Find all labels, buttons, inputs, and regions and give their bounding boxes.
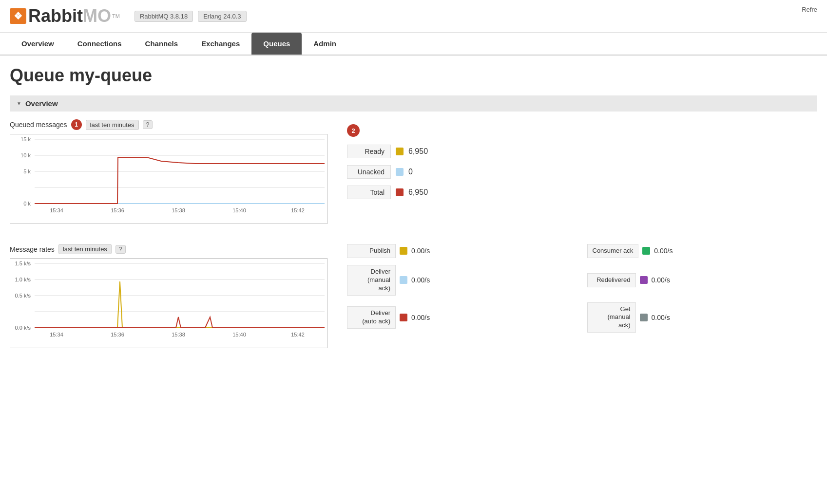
rate-redelivered: Redelivered 0.00/s	[587, 265, 818, 296]
nav-connections[interactable]: Connections	[66, 33, 134, 55]
rate-consumer-ack-value: 0.00/s	[654, 247, 673, 255]
message-rates-chart: 1.5 k/s 1.0 k/s 0.5 k/s 0.0 k/s 15:34 15…	[10, 258, 327, 348]
queued-messages-chart-area: Queued messages 1 last ten minutes ?	[10, 119, 327, 224]
page-title-name: my-queue	[69, 65, 152, 85]
stat-unacked-label: Unacked	[347, 165, 391, 179]
stat-total: Total 6,950	[347, 186, 817, 199]
rate-get-manual-value: 0.00/s	[652, 314, 670, 321]
rate-publish-label: Publish	[347, 244, 396, 258]
erlang-version-badge: Erlang 24.0.3	[198, 11, 246, 22]
svg-text:15:42: 15:42	[291, 332, 305, 337]
logo-icon: ❖	[10, 8, 26, 24]
rate-deliver-manual-label: Deliver(manualack)	[347, 265, 396, 296]
stat-ready-value: 6,950	[408, 147, 428, 156]
rate-deliver-manual: Deliver(manualack) 0.00/s	[347, 265, 577, 296]
rate-deliver-auto-label: Deliver(auto ack)	[347, 306, 396, 329]
collapse-arrow-icon[interactable]: ▼	[17, 101, 21, 106]
svg-text:1.0 k/s: 1.0 k/s	[15, 277, 31, 282]
stat-ready-color-icon	[396, 148, 404, 155]
queued-messages-title: Queued messages	[10, 121, 67, 129]
logo-rabbit: Rabbit	[28, 6, 83, 26]
svg-text:15:42: 15:42	[291, 207, 305, 213]
badge-2: 2	[347, 124, 360, 137]
stat-total-label: Total	[347, 186, 391, 199]
stat-unacked-value: 0	[408, 168, 413, 176]
rate-get-manual-label: Get(manualack)	[587, 302, 636, 333]
rate-redelivered-value: 0.00/s	[652, 276, 670, 284]
svg-text:1.5 k/s: 1.5 k/s	[15, 261, 31, 266]
page-title: Queue my-queue	[10, 65, 817, 86]
stat-ready-label: Ready	[347, 145, 391, 158]
stat-unacked: Unacked 0	[347, 165, 817, 179]
nav-exchanges[interactable]: Exchanges	[190, 33, 251, 55]
rate-get-manual: Get(manualack) 0.00/s	[587, 302, 818, 333]
time-range-badge-2[interactable]: last ten minutes	[58, 244, 112, 254]
queued-messages-stats: 2 Ready 6,950 Unacked 0 Total 6,950	[347, 119, 817, 206]
rate-publish: Publish 0.00/s	[347, 244, 577, 258]
queued-messages-label-row: Queued messages 1 last ten minutes ?	[10, 119, 327, 130]
rate-redelivered-color-icon	[640, 276, 648, 284]
message-rates-stats: Publish 0.00/s Consumer ack 0.00/s Deliv…	[347, 244, 817, 333]
rate-get-manual-color-icon	[640, 314, 648, 321]
svg-text:0.0 k/s: 0.0 k/s	[15, 325, 31, 331]
rabbitmq-version-badge: RabbitMQ 3.8.18	[135, 11, 193, 22]
message-rates-row: Message rates last ten minutes ? 1.5 k/s	[10, 244, 817, 348]
svg-text:0 k: 0 k	[23, 201, 31, 206]
rate-deliver-auto: Deliver(auto ack) 0.00/s	[347, 302, 577, 333]
stat-total-color-icon	[396, 188, 404, 196]
svg-text:15:34: 15:34	[50, 332, 63, 337]
rate-consumer-ack-color-icon	[642, 247, 650, 255]
rate-deliver-auto-color-icon	[400, 314, 407, 321]
section-title-overview: Overview	[25, 99, 58, 108]
rate-deliver-auto-value: 0.00/s	[411, 314, 430, 321]
time-range-badge-1[interactable]: last ten minutes	[86, 120, 139, 130]
stat-ready: Ready 6,950	[347, 145, 817, 158]
overview-section: ▼ Overview Queued messages 1 last ten mi…	[10, 95, 817, 348]
logo-tm: TM	[112, 13, 120, 19]
page-title-prefix: Queue	[10, 65, 64, 85]
rate-redelivered-label: Redelivered	[587, 273, 636, 287]
svg-text:15:36: 15:36	[111, 332, 124, 337]
rates-grid: Publish 0.00/s Consumer ack 0.00/s Deliv…	[347, 244, 817, 333]
rate-consumer-ack: Consumer ack 0.00/s	[587, 244, 818, 258]
divider-1	[10, 234, 817, 234]
logo-mq: MO	[83, 6, 111, 26]
nav-channels[interactable]: Channels	[134, 33, 190, 55]
svg-text:15:40: 15:40	[232, 207, 246, 213]
queued-messages-row: Queued messages 1 last ten minutes ?	[10, 119, 817, 224]
svg-text:0.5 k/s: 0.5 k/s	[15, 293, 31, 299]
svg-text:5 k: 5 k	[23, 168, 31, 174]
rate-publish-value: 0.00/s	[411, 247, 430, 255]
message-rates-title: Message rates	[10, 245, 55, 253]
nav-overview[interactable]: Overview	[10, 33, 66, 55]
header: ❖ RabbitMOTM RabbitMQ 3.8.18 Erlang 24.0…	[0, 0, 827, 33]
section-header-overview: ▼ Overview	[10, 95, 817, 112]
main-nav: Overview Connections Channels Exchanges …	[0, 33, 827, 56]
badge-1: 1	[71, 119, 82, 130]
stat-unacked-color-icon	[396, 168, 404, 176]
help-button-2[interactable]: ?	[115, 245, 126, 254]
message-rates-label-row: Message rates last ten minutes ?	[10, 244, 327, 254]
refresh-button[interactable]: Refre	[802, 6, 817, 13]
page-content: Queue my-queue ▼ Overview Queued message…	[0, 56, 827, 373]
nav-queues[interactable]: Queues	[251, 33, 302, 55]
rate-consumer-ack-label: Consumer ack	[587, 244, 639, 258]
svg-text:15 k: 15 k	[20, 136, 31, 142]
rate-publish-color-icon	[400, 247, 407, 255]
svg-text:15:38: 15:38	[172, 332, 185, 337]
rate-deliver-manual-color-icon	[400, 276, 407, 284]
version-badges: RabbitMQ 3.8.18 Erlang 24.0.3	[135, 11, 247, 22]
svg-text:15:40: 15:40	[232, 332, 246, 337]
stat-total-value: 6,950	[408, 188, 428, 197]
nav-admin[interactable]: Admin	[302, 33, 348, 55]
message-rates-svg: 1.5 k/s 1.0 k/s 0.5 k/s 0.0 k/s 15:34 15…	[10, 259, 327, 346]
svg-text:15:34: 15:34	[50, 207, 63, 213]
svg-text:15:36: 15:36	[111, 207, 124, 213]
queued-messages-svg: 15 k 10 k 5 k 0 k 15:34 15:36 15:38 15:4…	[10, 134, 327, 222]
rate-deliver-manual-value: 0.00/s	[411, 276, 430, 284]
svg-text:15:38: 15:38	[172, 207, 185, 213]
queued-messages-chart: 15 k 10 k 5 k 0 k 15:34 15:36 15:38 15:4…	[10, 134, 327, 224]
help-button-1[interactable]: ?	[143, 120, 153, 129]
message-rates-chart-area: Message rates last ten minutes ? 1.5 k/s	[10, 244, 327, 348]
logo: ❖ RabbitMOTM	[10, 6, 120, 26]
